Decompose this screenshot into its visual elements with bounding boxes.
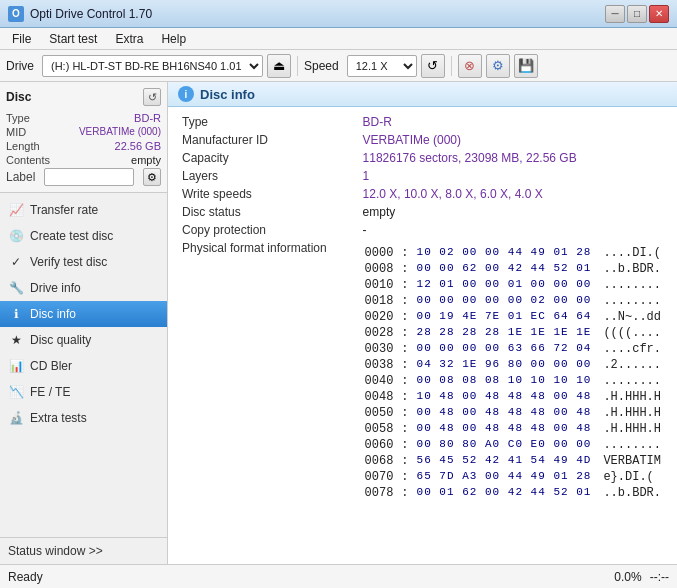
hex-bytes: 65 7D A3 00 44 49 01 28 xyxy=(415,469,594,485)
hex-bytes: 28 28 28 28 1E 1E 1E 1E xyxy=(415,325,594,341)
info-label-physical-format: Physical format information xyxy=(178,239,359,503)
hex-bytes: 00 01 62 00 42 44 52 01 xyxy=(415,485,594,501)
info-row-capacity: Capacity 11826176 sectors, 23098 MB, 22.… xyxy=(178,149,667,167)
sidebar-item-create-test-disc[interactable]: 💿 Create test disc xyxy=(0,223,167,249)
refresh-button[interactable]: ↺ xyxy=(421,54,445,78)
info-value-disc-status: empty xyxy=(359,203,667,221)
status-time: --:-- xyxy=(650,570,669,584)
hex-ascii: ........ xyxy=(593,293,663,309)
maximize-button[interactable]: □ xyxy=(627,5,647,23)
sidebar-item-disc-quality[interactable]: ★ Disc quality xyxy=(0,327,167,353)
info-row-mid: Manufacturer ID VERBATIMe (000) xyxy=(178,131,667,149)
sidebar-item-drive-info[interactable]: 🔧 Drive info xyxy=(0,275,167,301)
menu-bar: File Start test Extra Help xyxy=(0,28,677,50)
drive-info-icon: 🔧 xyxy=(8,280,24,296)
hex-address: 0028 xyxy=(363,325,400,341)
sidebar-item-label: Transfer rate xyxy=(30,203,98,217)
verify-test-disc-icon: ✓ xyxy=(8,254,24,270)
sidebar-item-label: Create test disc xyxy=(30,229,113,243)
disc-panel: Disc ↺ Type BD-R MID VERBATIMe (000) Len… xyxy=(0,82,167,193)
sidebar-item-cd-bler[interactable]: 📊 CD Bler xyxy=(0,353,167,379)
toolbar-separator-1 xyxy=(297,56,298,76)
sidebar-item-label: Verify test disc xyxy=(30,255,107,269)
disc-mid-value: VERBATIMe (000) xyxy=(79,126,161,138)
hex-address: 0020 xyxy=(363,309,400,325)
disc-label-input[interactable] xyxy=(44,168,134,186)
hex-address: 0048 xyxy=(363,389,400,405)
hex-row: 0070:65 7D A3 00 44 49 01 28e}.DI.( xyxy=(363,469,663,485)
extra-tests-icon: 🔬 xyxy=(8,410,24,426)
hex-row: 0068:56 45 52 42 41 54 49 4DVERBATIM xyxy=(363,453,663,469)
info-value-layers: 1 xyxy=(359,167,667,185)
sidebar-item-label: Drive info xyxy=(30,281,81,295)
hex-bytes: 00 00 00 00 63 66 72 04 xyxy=(415,341,594,357)
hex-colon: : xyxy=(399,405,414,421)
hex-ascii: ..N~..dd xyxy=(593,309,663,325)
hex-ascii: .H.HHH.H xyxy=(593,389,663,405)
eject-button[interactable]: ⏏ xyxy=(267,54,291,78)
hex-bytes: 00 48 00 48 48 48 00 48 xyxy=(415,405,594,421)
disc-contents-label: Contents xyxy=(6,154,50,166)
create-test-disc-icon: 💿 xyxy=(8,228,24,244)
main-area: Disc ↺ Type BD-R MID VERBATIMe (000) Len… xyxy=(0,82,677,564)
disc-label-button[interactable]: ⚙ xyxy=(143,168,161,186)
hex-ascii: ........ xyxy=(593,373,663,389)
erase-button[interactable]: ⊗ xyxy=(458,54,482,78)
sidebar-item-verify-test-disc[interactable]: ✓ Verify test disc xyxy=(0,249,167,275)
status-window-label: Status window >> xyxy=(8,544,103,558)
info-row-physical-format: Physical format information 0000:10 02 0… xyxy=(178,239,667,503)
save-button[interactable]: 💾 xyxy=(514,54,538,78)
drive-select[interactable]: (H:) HL-DT-ST BD-RE BH16NS40 1.01 xyxy=(42,55,263,77)
content-header-icon: i xyxy=(178,86,194,102)
menu-file[interactable]: File xyxy=(4,30,39,48)
sidebar-item-transfer-rate[interactable]: 📈 Transfer rate xyxy=(0,197,167,223)
sidebar-item-extra-tests[interactable]: 🔬 Extra tests xyxy=(0,405,167,431)
menu-start-test[interactable]: Start test xyxy=(41,30,105,48)
hex-row: 0058:00 48 00 48 48 48 00 48.H.HHH.H xyxy=(363,421,663,437)
hex-colon: : xyxy=(399,245,414,261)
info-label-copy-protection: Copy protection xyxy=(178,221,359,239)
hex-colon: : xyxy=(399,437,414,453)
hex-ascii: VERBATIM xyxy=(593,453,663,469)
hex-colon: : xyxy=(399,453,414,469)
refresh-icon: ↺ xyxy=(427,58,438,73)
menu-help[interactable]: Help xyxy=(153,30,194,48)
nav-items: 📈 Transfer rate 💿 Create test disc ✓ Ver… xyxy=(0,193,167,537)
hex-colon: : xyxy=(399,341,414,357)
hex-bytes: 00 08 08 08 10 10 10 10 xyxy=(415,373,594,389)
sidebar-item-fe-te[interactable]: 📉 FE / TE xyxy=(0,379,167,405)
disc-mid-label: MID xyxy=(6,126,26,138)
window-controls: ─ □ ✕ xyxy=(605,5,669,23)
minimize-button[interactable]: ─ xyxy=(605,5,625,23)
fe-te-icon: 📉 xyxy=(8,384,24,400)
info-label-write-speeds: Write speeds xyxy=(178,185,359,203)
info-value-type: BD-R xyxy=(359,113,667,131)
app-icon: O xyxy=(8,6,24,22)
disc-type-row: Type BD-R xyxy=(6,112,161,124)
settings-button[interactable]: ⚙ xyxy=(486,54,510,78)
menu-extra[interactable]: Extra xyxy=(107,30,151,48)
hex-row: 0040:00 08 08 08 10 10 10 10........ xyxy=(363,373,663,389)
save-icon: 💾 xyxy=(518,58,534,73)
info-label-layers: Layers xyxy=(178,167,359,185)
content-body: Type BD-R Manufacturer ID VERBATIMe (000… xyxy=(168,107,677,564)
close-button[interactable]: ✕ xyxy=(649,5,669,23)
disc-quality-icon: ★ xyxy=(8,332,24,348)
hex-bytes: 56 45 52 42 41 54 49 4D xyxy=(415,453,594,469)
hex-row: 0020:00 19 4E 7E 01 EC 64 64..N~..dd xyxy=(363,309,663,325)
transfer-rate-icon: 📈 xyxy=(8,202,24,218)
hex-bytes: 12 01 00 00 01 00 00 00 xyxy=(415,277,594,293)
disc-mid-row: MID VERBATIMe (000) xyxy=(6,126,161,138)
hex-bytes: 00 00 00 00 00 02 00 00 xyxy=(415,293,594,309)
hex-address: 0030 xyxy=(363,341,400,357)
hex-colon: : xyxy=(399,357,414,373)
hex-bytes: 00 00 62 00 42 44 52 01 xyxy=(415,261,594,277)
sidebar-item-label: Disc quality xyxy=(30,333,91,347)
disc-refresh-button[interactable]: ↺ xyxy=(143,88,161,106)
sidebar-item-disc-info[interactable]: ℹ Disc info xyxy=(0,301,167,327)
hex-bytes: 00 19 4E 7E 01 EC 64 64 xyxy=(415,309,594,325)
status-window-button[interactable]: Status window >> xyxy=(0,537,167,564)
hex-ascii: ........ xyxy=(593,277,663,293)
speed-select[interactable]: 12.1 X xyxy=(347,55,417,77)
hex-ascii: .H.HHH.H xyxy=(593,405,663,421)
